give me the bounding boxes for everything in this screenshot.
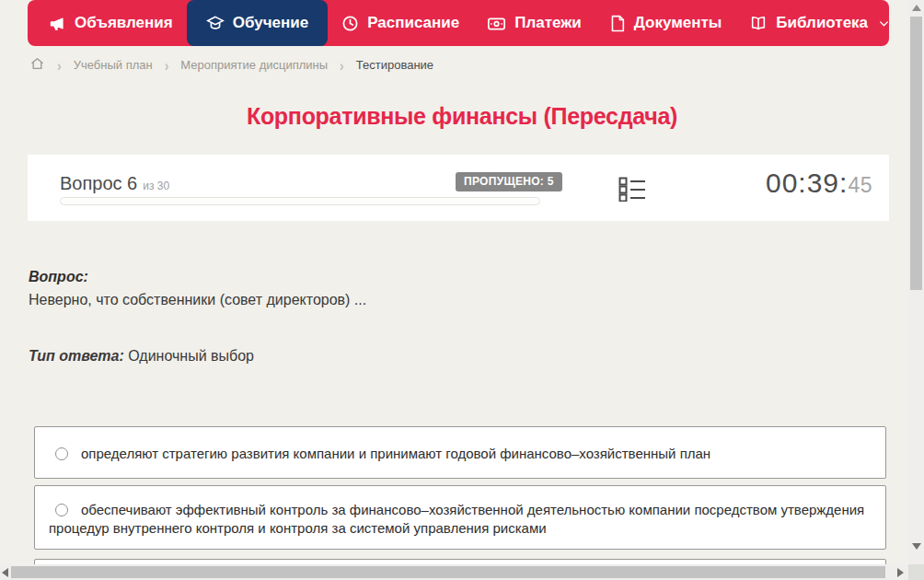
book-icon xyxy=(749,15,768,32)
answer-type: Тип ответа: Одиночный выбор xyxy=(29,348,254,365)
horizontal-scrollbar xyxy=(0,564,908,580)
page-title: Корпоративные финансы (Пересдача) xyxy=(0,103,924,130)
skipped-badge: ПРОПУЩЕНО: 5 xyxy=(456,172,562,191)
vertical-scrollbar-thumb[interactable] xyxy=(910,17,922,290)
main-navbar: Объявления Обучение Расписание Платежи Д… xyxy=(28,0,889,46)
question-total: из 30 xyxy=(143,180,169,192)
nav-item-schedule[interactable]: Расписание xyxy=(328,0,473,46)
graduation-cap-icon xyxy=(206,14,225,32)
nav-label: Платежи xyxy=(514,14,582,32)
nav-label: Обучение xyxy=(233,14,308,32)
breadcrumb-separator: › xyxy=(340,56,344,74)
answer-option-1[interactable]: определяют стратегию развития компании и… xyxy=(34,426,886,479)
scroll-down-arrow[interactable] xyxy=(912,543,921,550)
document-icon xyxy=(609,15,626,32)
radio-button[interactable] xyxy=(55,447,68,460)
nav-item-payments[interactable]: Платежи xyxy=(473,0,595,46)
vertical-scrollbar xyxy=(908,0,924,564)
chevron-down-icon xyxy=(878,17,890,29)
wallet-icon xyxy=(487,15,506,32)
clock-icon xyxy=(341,15,359,32)
scrollbar-corner xyxy=(908,564,924,580)
nav-label: Библиотека xyxy=(776,14,868,32)
nav-label: Документы xyxy=(634,14,722,32)
megaphone-icon xyxy=(49,15,66,32)
nav-item-announcements[interactable]: Объявления xyxy=(35,0,187,46)
question-header-card: Вопрос 6из 30 ПРОПУЩЕНО: 5 00:39:45 xyxy=(28,155,889,221)
horizontal-scrollbar-thumb[interactable] xyxy=(11,566,885,578)
breadcrumb-curriculum[interactable]: Учебный план xyxy=(74,58,153,72)
answer-type-label: Тип ответа: xyxy=(29,348,124,364)
nav-label: Расписание xyxy=(367,14,459,32)
breadcrumb-separator: › xyxy=(165,56,169,74)
timer-seconds: 45 xyxy=(848,173,872,197)
nav-item-library[interactable]: Библиотека xyxy=(735,0,904,46)
breadcrumb-discipline-event[interactable]: Мероприятие дисциплины xyxy=(180,58,328,72)
breadcrumb-separator: › xyxy=(57,56,62,74)
nav-label: Объявления xyxy=(75,14,173,32)
question-number: Вопрос 6из 30 xyxy=(60,173,169,194)
home-icon[interactable] xyxy=(29,56,45,74)
option-text: обеспечивают эффективный контроль за фин… xyxy=(49,502,864,536)
option-text: определяют стратегию развития компании и… xyxy=(81,446,710,461)
test-page: Объявления Обучение Расписание Платежи Д… xyxy=(0,0,924,580)
scroll-left-arrow[interactable] xyxy=(2,568,8,577)
question-label: Вопрос: xyxy=(29,269,88,285)
question-text: Неверно, что собственники (совет директо… xyxy=(29,292,366,308)
answer-type-value: Одиночный выбор xyxy=(128,348,254,364)
radio-button[interactable] xyxy=(55,504,68,516)
nav-item-learning[interactable]: Обучение xyxy=(187,0,328,46)
progress-bar xyxy=(60,197,540,205)
timer: 00:39:45 xyxy=(766,168,872,199)
scroll-right-arrow[interactable] xyxy=(897,568,904,577)
question-number-text: Вопрос 6 xyxy=(60,173,137,193)
timer-hhmm: 00:39: xyxy=(766,168,848,198)
breadcrumb-testing-current: Тестирование xyxy=(356,58,433,72)
scroll-up-arrow[interactable] xyxy=(912,5,921,11)
answer-option-2[interactable]: обеспечивают эффективный контроль за фин… xyxy=(34,485,886,550)
breadcrumb: › Учебный план › Мероприятие дисциплины … xyxy=(29,56,433,74)
nav-item-documents[interactable]: Документы xyxy=(595,0,736,46)
question-list-icon[interactable] xyxy=(618,177,647,203)
